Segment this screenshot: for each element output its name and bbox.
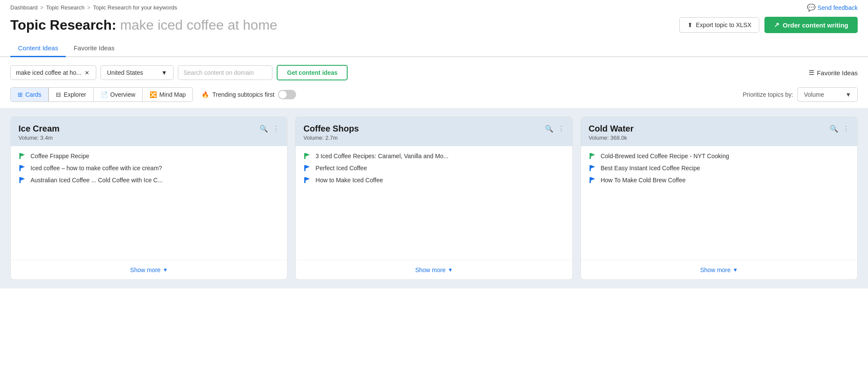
controls-row: make iced coffee at ho... ✕ United State… — [0, 57, 868, 86]
volume-dropdown[interactable]: Volume ▼ — [798, 87, 858, 102]
header-actions: ⬆ Export topic to XLSX ↗ Order content w… — [679, 17, 858, 33]
svg-marker-7 — [306, 153, 310, 156]
send-feedback-label: Send feedback — [818, 4, 858, 11]
card-0-title: Ice Cream — [18, 124, 60, 134]
svg-rect-8 — [304, 165, 306, 171]
card-2-actions: 🔍⋮ — [830, 125, 850, 133]
card-1-header: Coffee ShopsVolume: 2.7m🔍⋮ — [296, 117, 572, 146]
chevron-down-icon: ▼ — [161, 69, 167, 76]
card-2-title-area: Cold WaterVolume: 368.0k — [589, 124, 634, 141]
show-more-label: Show more — [415, 267, 446, 273]
list-icon: ☰ — [809, 69, 814, 77]
order-content-button[interactable]: ↗ Order content writing — [764, 17, 858, 33]
favorite-ideas-link[interactable]: ☰ Favorite Ideas — [809, 69, 858, 77]
cards-icon: ⊞ — [18, 91, 23, 98]
keyword-input[interactable]: make iced coffee at ho... ✕ — [10, 65, 96, 80]
export-label: Export topic to XLSX — [696, 21, 751, 28]
svg-marker-13 — [591, 153, 595, 156]
blue-flag-icon — [18, 176, 26, 184]
card-2-volume: Volume: 368.0k — [589, 135, 634, 141]
svg-rect-16 — [590, 177, 591, 183]
card-item-text: How To Make Cold Brew Coffee — [601, 177, 686, 184]
volume-chevron-icon: ▼ — [845, 91, 851, 98]
more-options-icon[interactable]: ⋮ — [272, 125, 279, 133]
svg-rect-0 — [19, 153, 21, 159]
svg-marker-17 — [591, 177, 595, 181]
page-title: Topic Research: make iced coffee at home — [10, 17, 277, 33]
list-item: How To Make Cold Brew Coffee — [589, 176, 850, 184]
tab-favorite-ideas[interactable]: Favorite Ideas — [66, 40, 122, 57]
view-button-group: ⊞ Cards ⊟ Explorer 📄 Overview 🔀 Mind Map — [10, 87, 193, 102]
chevron-down-icon: ▼ — [448, 267, 453, 273]
more-options-icon[interactable]: ⋮ — [843, 125, 850, 133]
blue-flag-icon — [18, 164, 26, 172]
overview-view-button[interactable]: 📄 Overview — [94, 88, 143, 101]
list-item: Iced coffee – how to make coffee with ic… — [18, 164, 279, 172]
get-content-ideas-button[interactable]: Get content ideas — [277, 65, 348, 80]
show-more-button[interactable]: Show more ▼ — [700, 267, 738, 273]
clear-keyword-button[interactable]: ✕ — [85, 70, 89, 76]
blue-flag-icon — [589, 176, 596, 184]
breadcrumb-current: Topic Research for your keywords — [93, 4, 177, 11]
green-flag-icon — [589, 152, 596, 160]
card-2-show-more-row: Show more ▼ — [581, 260, 857, 279]
search-icon[interactable]: 🔍 — [545, 125, 553, 133]
card-1-title-area: Coffee ShopsVolume: 2.7m — [303, 124, 359, 141]
page-title-static: Topic Research: — [10, 17, 120, 33]
prioritize-label: Prioritize topics by: — [743, 91, 793, 98]
show-more-button[interactable]: Show more ▼ — [415, 267, 453, 273]
volume-value: Volume — [804, 91, 824, 98]
header-row: Topic Research: make iced coffee at home… — [0, 13, 868, 40]
card-0-title-area: Ice CreamVolume: 3.4m — [18, 124, 60, 141]
explorer-view-button[interactable]: ⊟ Explorer — [49, 88, 93, 101]
mind-map-view-button[interactable]: 🔀 Mind Map — [143, 88, 193, 101]
card-0-volume: Volume: 3.4m — [18, 135, 60, 141]
card-2-title: Cold Water — [589, 124, 634, 134]
tab-content-ideas[interactable]: Content Ideas — [10, 40, 66, 57]
breadcrumb-sep-2: > — [87, 4, 91, 11]
show-more-label: Show more — [700, 267, 730, 273]
blue-flag-icon — [303, 164, 311, 172]
card-2: Cold WaterVolume: 368.0k🔍⋮Cold-Brewed Ic… — [581, 116, 858, 280]
country-value: United States — [107, 69, 143, 76]
show-more-button[interactable]: Show more ▼ — [130, 267, 168, 273]
card-item-text: Best Easy Instant Iced Coffee Recipe — [601, 165, 700, 172]
list-item: Best Easy Instant Iced Coffee Recipe — [589, 164, 850, 172]
card-1-body: 3 Iced Coffee Recipes: Caramel, Vanilla … — [296, 146, 572, 260]
trending-toggle[interactable] — [278, 90, 296, 99]
cards-view-button[interactable]: ⊞ Cards — [11, 88, 49, 101]
svg-marker-11 — [306, 177, 310, 181]
country-dropdown[interactable]: United States ▼ — [101, 65, 174, 80]
list-item: Coffee Frappe Recipe — [18, 152, 279, 160]
card-0-header: Ice CreamVolume: 3.4m🔍⋮ — [11, 117, 287, 146]
order-icon: ↗ — [774, 21, 779, 29]
card-item-text: How to Make Iced Coffee — [315, 177, 383, 184]
export-button[interactable]: ⬆ Export topic to XLSX — [679, 17, 759, 33]
search-icon[interactable]: 🔍 — [260, 125, 268, 133]
svg-marker-1 — [21, 153, 25, 156]
card-item-text: Cold-Brewed Iced Coffee Recipe - NYT Coo… — [601, 153, 729, 159]
overview-icon: 📄 — [101, 91, 108, 98]
card-1-volume: Volume: 2.7m — [303, 135, 359, 141]
card-2-body: Cold-Brewed Iced Coffee Recipe - NYT Coo… — [581, 146, 857, 260]
send-feedback-link[interactable]: 💬 Send feedback — [807, 3, 858, 12]
card-1: Coffee ShopsVolume: 2.7m🔍⋮3 Iced Coffee … — [295, 116, 572, 280]
breadcrumb: Dashboard > Topic Research > Topic Resea… — [10, 4, 177, 11]
more-options-icon[interactable]: ⋮ — [558, 125, 565, 133]
breadcrumb-topic-research[interactable]: Topic Research — [46, 4, 85, 11]
svg-rect-12 — [590, 153, 591, 159]
breadcrumb-dashboard[interactable]: Dashboard — [10, 4, 38, 11]
trending-label: Trending subtopics first — [212, 91, 274, 98]
keyword-value: make iced coffee at ho... — [16, 69, 81, 76]
svg-rect-2 — [19, 165, 21, 171]
cards-section: Ice CreamVolume: 3.4m🔍⋮Coffee Frappe Rec… — [0, 108, 868, 288]
card-0: Ice CreamVolume: 3.4m🔍⋮Coffee Frappe Rec… — [10, 116, 287, 280]
domain-search-input[interactable]: Search content on domain — [178, 65, 272, 80]
search-icon[interactable]: 🔍 — [830, 125, 838, 133]
list-item: 3 Iced Coffee Recipes: Caramel, Vanilla … — [303, 152, 564, 160]
card-1-actions: 🔍⋮ — [545, 125, 565, 133]
green-flag-icon — [303, 152, 311, 160]
card-1-show-more-row: Show more ▼ — [296, 260, 572, 279]
trending-area: 🔥 Trending subtopics first — [202, 90, 296, 99]
chevron-down-icon: ▼ — [163, 267, 168, 273]
